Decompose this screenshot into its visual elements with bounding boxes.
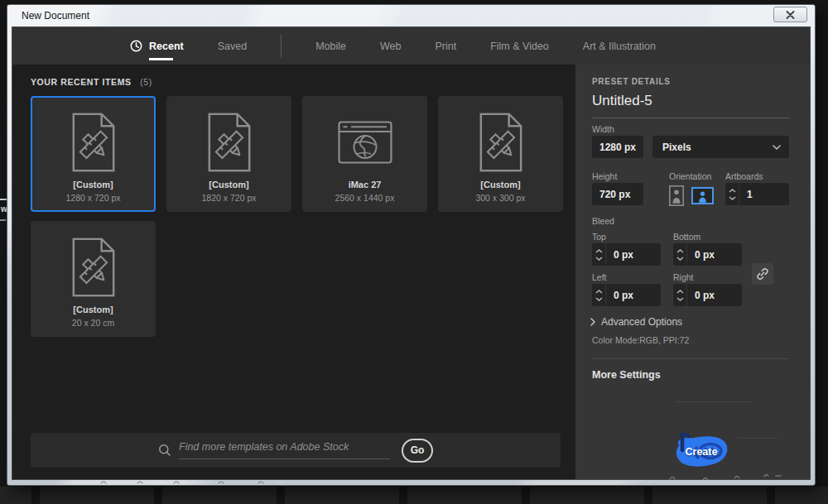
faint-scribble-marks xyxy=(94,480,285,485)
template-card-custom-300x300[interactable]: [Custom] 300 x 300 px xyxy=(438,96,563,212)
color-mode-info: Color Mode:RGB, PPI:72 xyxy=(592,335,689,345)
link-bleed-values-button[interactable] xyxy=(752,263,773,285)
bleed-left-stepper-buttons[interactable] xyxy=(592,284,606,306)
faded-element xyxy=(676,401,750,402)
recent-items-count: (5) xyxy=(140,77,152,87)
chevron-down-icon xyxy=(595,297,603,301)
category-tabbar: Recent Saved Mobile Web Print Film & Vid… xyxy=(12,27,810,65)
tab-label: Saved xyxy=(218,41,247,52)
document-name-field[interactable]: Untitled-5 xyxy=(592,93,652,109)
chevron-down-icon xyxy=(773,145,781,150)
illustrator-document-icon xyxy=(70,234,118,300)
bleed-label: Bleed xyxy=(592,216,614,226)
template-card-custom-1820x720[interactable]: [Custom] 1820 x 720 px xyxy=(166,96,291,212)
faint-scribble-marks xyxy=(665,473,791,482)
chevron-down-icon xyxy=(595,257,603,261)
create-button[interactable]: Create xyxy=(672,432,731,472)
illustrator-document-icon xyxy=(70,109,118,175)
dialog-title: New Document xyxy=(22,10,89,22)
tab-label: Recent xyxy=(149,41,184,52)
portrait-orientation-icon xyxy=(669,185,684,206)
bleed-bottom-stepper-buttons[interactable] xyxy=(673,243,687,266)
bleed-top-stepper: 0 px xyxy=(592,243,661,266)
create-button-label: Create xyxy=(678,446,724,458)
bleed-top-label: Top xyxy=(592,232,606,242)
illustrator-document-icon xyxy=(205,109,253,175)
background-divider xyxy=(0,199,7,200)
chevron-up-icon xyxy=(676,249,684,253)
bleed-bottom-stepper: 0 px xyxy=(673,243,742,266)
preset-details-panel: PRESET DETAILS Untitled-5 Width 1280 px … xyxy=(575,65,810,479)
advanced-options-label: Advanced Options xyxy=(601,316,682,328)
dialog-titlebar[interactable]: New Document xyxy=(7,5,815,26)
template-dimensions: 300 x 300 px xyxy=(475,193,525,203)
bleed-right-label: Right xyxy=(673,272,694,282)
faded-element xyxy=(738,438,779,439)
width-input[interactable]: 1280 px xyxy=(592,136,643,158)
preset-details-heading: PRESET DETAILS xyxy=(592,77,671,86)
tab-film-video[interactable]: Film & Video xyxy=(490,27,549,65)
screen: w New Document Recent xyxy=(0,0,828,504)
units-dropdown[interactable]: Pixels xyxy=(652,136,789,158)
orientation-portrait-button[interactable] xyxy=(668,185,685,206)
advanced-options-toggle[interactable]: Advanced Options xyxy=(590,316,682,328)
artboards-label: Artboards xyxy=(725,171,763,181)
tab-label: Film & Video xyxy=(490,41,549,52)
artboards-stepper-buttons[interactable] xyxy=(725,183,739,205)
bleed-right-stepper: 0 px xyxy=(673,284,742,306)
template-dimensions: 2560 x 1440 px xyxy=(335,193,395,203)
close-icon xyxy=(786,11,795,19)
chevron-down-icon xyxy=(676,257,684,261)
chevron-down-icon xyxy=(729,196,736,200)
tab-label: Mobile xyxy=(315,41,346,52)
template-name: [Custom] xyxy=(73,180,113,190)
search-input[interactable]: Find more templates on Adobe Stock xyxy=(179,441,390,459)
template-dimensions: 1820 x 720 px xyxy=(202,193,257,203)
bleed-top-value[interactable]: 0 px xyxy=(606,249,633,261)
bleed-left-value[interactable]: 0 px xyxy=(606,290,633,301)
go-button[interactable]: Go xyxy=(402,439,433,463)
bleed-bottom-label: Bottom xyxy=(673,232,700,242)
template-card-imac-27[interactable]: iMac 27 2560 x 1440 px xyxy=(302,96,427,212)
orientation-label: Orientation xyxy=(669,171,711,181)
more-settings-button[interactable]: More Settings xyxy=(592,369,661,381)
chevron-up-icon xyxy=(595,249,603,253)
background-divider xyxy=(0,219,6,221)
bleed-left-label: Left xyxy=(592,272,607,282)
web-browser-icon xyxy=(338,109,392,175)
close-button[interactable] xyxy=(773,7,807,22)
tab-web[interactable]: Web xyxy=(380,27,401,65)
artboards-stepper: 1 xyxy=(725,183,789,205)
tab-label: Print xyxy=(435,41,456,52)
tab-saved[interactable]: Saved xyxy=(218,27,247,65)
clock-icon xyxy=(130,40,142,52)
template-dimensions: 1280 x 720 px xyxy=(66,193,121,203)
chevron-right-icon xyxy=(590,318,595,326)
bleed-right-value[interactable]: 0 px xyxy=(687,290,715,301)
bleed-right-stepper-buttons[interactable] xyxy=(673,284,687,306)
recent-items-heading: YOUR RECENT ITEMS (5) xyxy=(31,77,152,87)
template-dimensions: 20 x 20 cm xyxy=(72,318,114,328)
width-label: Width xyxy=(592,124,614,134)
template-name: [Custom] xyxy=(73,305,113,314)
orientation-landscape-button[interactable] xyxy=(691,186,714,204)
chevron-up-icon xyxy=(676,290,684,294)
tab-recent[interactable]: Recent xyxy=(130,27,184,65)
artboards-value[interactable]: 1 xyxy=(739,189,753,200)
chevron-down-icon xyxy=(676,297,684,301)
tab-label: Art & Illustration xyxy=(583,41,656,52)
tab-print[interactable]: Print xyxy=(435,27,456,65)
bleed-bottom-value[interactable]: 0 px xyxy=(687,249,715,261)
tab-mobile[interactable]: Mobile xyxy=(315,27,346,65)
divider xyxy=(592,358,789,359)
height-input[interactable]: 720 px xyxy=(592,183,643,205)
template-name: [Custom] xyxy=(480,180,520,190)
dialog-content: Recent Saved Mobile Web Print Film & Vid… xyxy=(12,26,811,480)
recent-items-section: YOUR RECENT ITEMS (5) [Custom] 1280 x 72… xyxy=(12,65,579,479)
template-card-custom-1280x720[interactable]: [Custom] 1280 x 720 px xyxy=(31,96,156,212)
template-card-grid: [Custom] 1280 x 720 px [Custom] 1820 x 7… xyxy=(31,96,563,337)
bleed-top-stepper-buttons[interactable] xyxy=(592,243,606,266)
template-card-custom-20x20cm[interactable]: [Custom] 20 x 20 cm xyxy=(31,221,156,337)
tab-art-illustration[interactable]: Art & Illustration xyxy=(583,27,656,65)
background-template-grid xyxy=(0,487,828,504)
